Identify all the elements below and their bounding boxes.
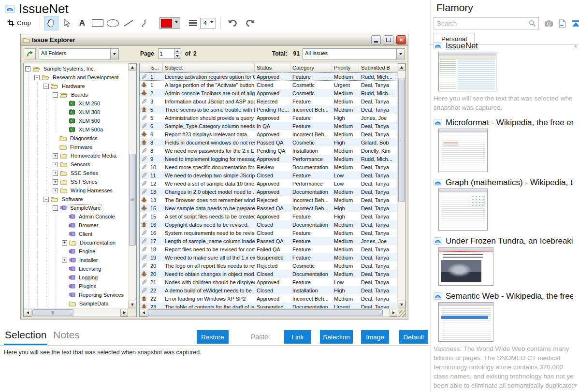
- scrollbar-thumb[interactable]: [148, 309, 383, 316]
- tree-item[interactable]: Diagnostics: [24, 134, 128, 143]
- go-to-parent-button[interactable]: [24, 48, 36, 59]
- tree-item[interactable]: XLM 250: [24, 99, 128, 108]
- scroll-up-icon[interactable]: [574, 43, 578, 47]
- table-row[interactable]: 1A large portion of the "Activate" butto…: [140, 81, 397, 89]
- column-header[interactable]: Category: [290, 63, 332, 73]
- collapse-toggle-icon[interactable]: −: [25, 66, 30, 72]
- line-thickness-icon[interactable]: [189, 20, 197, 26]
- history-item[interactable]: Semantic Web - Wikipedia, the free encyc…: [434, 291, 573, 392]
- tree-item[interactable]: +Installer: [24, 256, 128, 264]
- undo-button[interactable]: [226, 16, 240, 30]
- table-row[interactable]: 11We need to develop two simple JScrip..…: [140, 171, 397, 179]
- tree-item[interactable]: Admin Console: [24, 212, 128, 221]
- page-spinner[interactable]: [158, 48, 181, 59]
- table-row[interactable]: 1License activation requires option for …: [140, 73, 397, 81]
- history-item-thumbnail[interactable]: [438, 52, 496, 91]
- table-row[interactable]: 8Fields in document windows do not res..…: [140, 138, 397, 146]
- tree-item[interactable]: +Documentation: [24, 238, 128, 247]
- spin-down-icon[interactable]: [174, 54, 181, 59]
- tree-item[interactable]: Licensing: [24, 264, 128, 273]
- table-row[interactable]: 13The Browser does not remember wind...R…: [140, 196, 397, 204]
- tree-item[interactable]: Logging: [24, 273, 128, 282]
- paste-link-button[interactable]: Link: [284, 330, 311, 344]
- tree-item[interactable]: +Removeable Media: [24, 151, 128, 160]
- tree-item[interactable]: SampleData: [24, 299, 128, 308]
- table-row[interactable]: 18Report files need to be revised for co…: [140, 245, 397, 253]
- history-item-title[interactable]: Under Frozen Tundra, an Icebreaking Ship…: [446, 236, 573, 246]
- redo-button[interactable]: [243, 16, 258, 30]
- table-row[interactable]: 13Changes in 2.0 object model need to ..…: [140, 188, 397, 196]
- tree-item[interactable]: −Research and Development: [24, 73, 128, 82]
- table-row[interactable]: 12We need a set of sample data 10 time..…: [140, 179, 397, 188]
- history-item-title-row[interactable]: Under Frozen Tundra, an Icebreaking Ship…: [434, 236, 573, 246]
- table-row[interactable]: 9Need to implement logging for messag...…: [140, 155, 397, 163]
- scroll-down-icon[interactable]: [129, 301, 136, 308]
- scribble-tool-button[interactable]: [137, 16, 151, 30]
- table-row[interactable]: 10Need more specific documentation for .…: [140, 163, 397, 171]
- search-input[interactable]: [434, 17, 539, 29]
- tree-item[interactable]: −Hardware: [24, 82, 128, 90]
- scroll-up-icon[interactable]: [129, 63, 136, 71]
- note-page-icon[interactable]: [559, 19, 566, 28]
- scroll-left-icon[interactable]: [24, 309, 31, 317]
- table-row[interactable]: 23The table of contents for the draft of…: [140, 303, 397, 308]
- column-header[interactable]: Priority: [332, 63, 359, 73]
- tab-selection[interactable]: Selection: [4, 329, 47, 341]
- table-row[interactable]: 20Need to obtain changes in object mod..…: [140, 270, 397, 278]
- history-item[interactable]: Graph (mathematics) - Wikipedia, the fre…: [434, 177, 573, 231]
- close-button[interactable]: ×: [396, 35, 406, 44]
- resize-grip[interactable]: [399, 310, 405, 317]
- tree-vertical-scrollbar[interactable]: [128, 63, 136, 308]
- tree-item[interactable]: −Software: [24, 195, 128, 203]
- history-item-thumbnail[interactable]: [438, 302, 493, 342]
- tree-item[interactable]: +Sensors: [24, 160, 128, 169]
- history-item-title[interactable]: Graph (mathematics) - Wikipedia, the fre…: [446, 178, 573, 188]
- collapse-toggle-icon[interactable]: −: [53, 205, 58, 211]
- history-item[interactable]: Microformat - Wikipedia, the free encycl…: [434, 117, 573, 172]
- scrollbar-thumb[interactable]: [398, 78, 405, 202]
- expand-toggle-icon[interactable]: +: [53, 179, 58, 185]
- maximize-button[interactable]: [384, 35, 393, 44]
- tab-notes[interactable]: Notes: [52, 329, 81, 341]
- table-row[interactable]: 20The logo on all report files needs to …: [140, 261, 397, 270]
- minimize-button[interactable]: [371, 35, 381, 44]
- history-item-title-row[interactable]: Semantic Web - Wikipedia, the free encyc…: [434, 291, 573, 301]
- tree-item[interactable]: Browser: [24, 221, 128, 230]
- table-horizontal-scrollbar[interactable]: [140, 308, 397, 317]
- issues-filter-combo[interactable]: All Issues: [303, 48, 405, 59]
- tree-item[interactable]: Reporting Services: [24, 290, 128, 299]
- table-row[interactable]: 17Length of sample_name column inade...P…: [140, 237, 397, 245]
- table-row[interactable]: 16System requirements need to be revise.…: [140, 229, 397, 237]
- expand-toggle-icon[interactable]: +: [53, 171, 58, 176]
- restore-button[interactable]: Restore: [197, 330, 229, 344]
- tree-item[interactable]: +SSC Series: [24, 169, 128, 177]
- column-header[interactable]: Status: [255, 63, 290, 73]
- cursor-tool-button[interactable]: [59, 16, 74, 30]
- table-row[interactable]: 5There seems to be some trouble with t..…: [140, 105, 397, 114]
- table-row[interactable]: 3Information about JScript and ASP app..…: [140, 97, 397, 105]
- table-row[interactable]: 16Copyright dates need to be revised.Clo…: [140, 220, 397, 229]
- table-row[interactable]: 22Error loading on Windows XP SP2Approve…: [140, 294, 397, 303]
- table-row[interactable]: 6Sample_Type.Category column needs ...In…: [140, 122, 397, 130]
- column-header[interactable]: Subject: [163, 63, 255, 73]
- expand-toggle-icon[interactable]: +: [62, 258, 67, 263]
- rectangle-tool-button[interactable]: [90, 16, 105, 30]
- scroll-right-icon[interactable]: [390, 309, 397, 317]
- history-item-title[interactable]: Microformat - Wikipedia, the free encycl…: [446, 118, 573, 128]
- scroll-down-icon[interactable]: [398, 301, 405, 308]
- stroke-color-picker[interactable]: [159, 17, 180, 29]
- history-item-title[interactable]: Semantic Web - Wikipedia, the free encyc…: [446, 291, 573, 301]
- scroll-left-icon[interactable]: [140, 309, 147, 317]
- table-row[interactable]: 15New sample data needs to be prepare...…: [140, 204, 397, 212]
- paste-selection-button[interactable]: Selection: [320, 330, 353, 344]
- collapse-toggle-icon[interactable]: −: [43, 84, 49, 89]
- table-row[interactable]: 19We need to make sure all of the 1.x ex…: [140, 253, 397, 261]
- tree-item[interactable]: XLM 500a: [24, 125, 128, 134]
- history-item-title-row[interactable]: IssueNet: [434, 41, 573, 51]
- line-tool-button[interactable]: [121, 16, 136, 30]
- table-row[interactable]: 21Nodes with children should be displyed…: [140, 278, 397, 286]
- text-tool-button[interactable]: A: [75, 16, 89, 30]
- page-input[interactable]: [159, 49, 174, 58]
- history-item-thumbnail[interactable]: [438, 247, 493, 286]
- history-item[interactable]: IssueNetHere you will see the text that …: [434, 41, 573, 112]
